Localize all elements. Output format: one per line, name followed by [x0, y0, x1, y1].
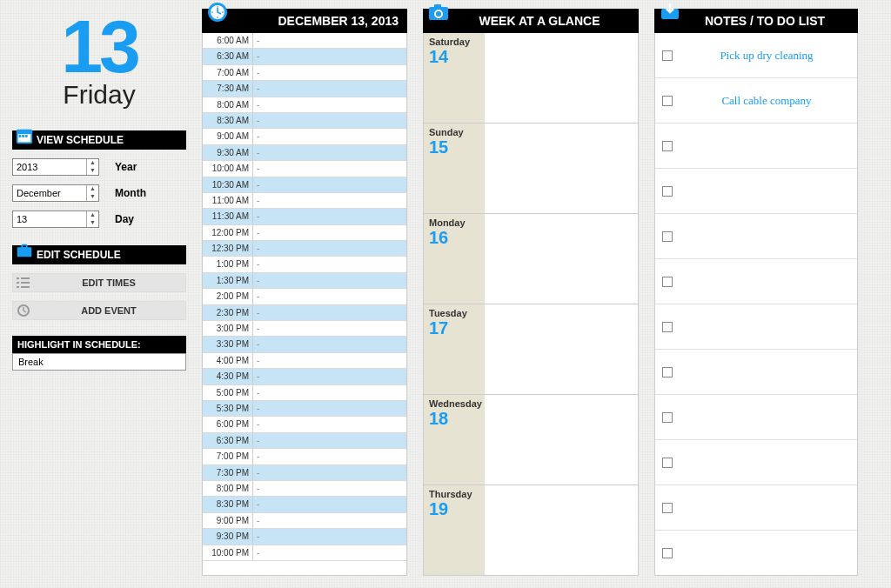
edit-times-button[interactable]: EDIT TIMES — [12, 273, 186, 292]
slot-time: 7:00 PM — [203, 449, 253, 464]
slot-value: - — [253, 305, 406, 320]
schedule-slot[interactable]: 4:00 PM- — [203, 353, 406, 369]
schedule-slot[interactable]: 2:00 PM- — [203, 289, 406, 304]
schedule-slot[interactable]: 2:30 PM- — [203, 305, 406, 321]
slot-value: - — [253, 337, 406, 351]
schedule-slot[interactable]: 6:30 PM- — [203, 433, 406, 449]
slot-time: 8:30 PM — [203, 497, 253, 511]
edit-times-label: EDIT TIMES — [82, 277, 136, 288]
month-value: December — [17, 188, 61, 198]
schedule-slot[interactable]: 9:00 PM- — [203, 513, 406, 529]
month-stepper[interactable]: December ▲▼ — [12, 184, 99, 202]
schedule-slot[interactable]: 8:30 PM- — [203, 497, 406, 512]
schedule-slot[interactable]: 12:00 PM- — [203, 225, 406, 241]
schedule-slot[interactable]: 3:00 PM- — [203, 321, 406, 337]
week-day[interactable]: Saturday14 — [424, 33, 638, 124]
schedule-slot[interactable]: 10:30 AM- — [203, 177, 406, 193]
schedule-slot[interactable]: 6:30 AM- — [203, 49, 406, 64]
note-checkbox[interactable] — [662, 50, 673, 61]
schedule-slot[interactable]: 9:30 PM- — [203, 529, 406, 545]
slot-value: - — [253, 513, 406, 528]
note-text[interactable]: Pick up dry cleaning — [683, 49, 850, 63]
schedule-slot[interactable]: 7:00 AM- — [203, 65, 406, 81]
svg-rect-4 — [25, 135, 28, 137]
note-checkbox[interactable] — [662, 96, 673, 106]
add-event-button[interactable]: ADD EVENT — [12, 301, 186, 320]
note-text[interactable]: Call cable company — [683, 94, 850, 108]
note-checkbox[interactable] — [662, 503, 673, 513]
schedule-slot[interactable]: 3:30 PM- — [203, 337, 406, 352]
schedule-slot[interactable]: 9:00 AM- — [203, 129, 406, 144]
stepper-arrows[interactable]: ▲▼ — [86, 159, 98, 175]
note-checkbox[interactable] — [662, 458, 673, 468]
note-checkbox[interactable] — [662, 322, 673, 332]
week-day-number: 15 — [429, 137, 479, 157]
note-row — [655, 169, 857, 214]
schedule-slot[interactable]: 7:00 PM- — [203, 449, 406, 464]
note-row: Pick up dry cleaning — [655, 33, 857, 78]
schedule-slot[interactable]: 11:30 AM- — [203, 209, 406, 224]
add-event-label: ADD EVENT — [81, 305, 137, 316]
day-stepper[interactable]: 13 ▲▼ — [12, 210, 99, 228]
date-number: 13 — [12, 9, 186, 84]
week-day-name: Saturday — [429, 37, 479, 47]
schedule-slot[interactable]: 1:30 PM- — [203, 273, 406, 289]
week-day-content[interactable] — [485, 214, 638, 304]
schedule-slot[interactable]: 8:30 AM- — [203, 113, 406, 129]
week-day-content[interactable] — [485, 304, 638, 394]
stepper-arrows[interactable]: ▲▼ — [86, 185, 98, 201]
week-day-number: 18 — [429, 409, 479, 429]
week-day[interactable]: Wednesday18 — [424, 395, 638, 485]
week-header: WEEK AT A GLANCE — [423, 9, 639, 33]
schedule-slot[interactable]: 7:30 PM- — [203, 465, 406, 481]
schedule-slot[interactable]: 10:00 PM- — [203, 545, 406, 561]
slot-time: 5:00 PM — [203, 385, 253, 400]
schedule-slot[interactable]: 12:30 PM- — [203, 241, 406, 257]
week-day-content[interactable] — [485, 485, 638, 575]
stepper-arrows[interactable]: ▲▼ — [86, 211, 98, 227]
note-checkbox[interactable] — [662, 412, 673, 423]
week-day-content[interactable] — [485, 33, 638, 123]
schedule-slot[interactable]: 5:00 PM- — [203, 385, 406, 401]
slot-value: - — [253, 209, 406, 224]
week-day[interactable]: Thursday19 — [424, 485, 638, 575]
slot-time: 10:00 PM — [203, 545, 253, 560]
note-checkbox[interactable] — [662, 231, 673, 242]
schedule-slot[interactable]: 8:00 PM- — [203, 481, 406, 497]
slot-time: 11:30 AM — [203, 209, 253, 224]
schedule-slot[interactable]: 9:30 AM- — [203, 145, 406, 161]
slot-value: - — [253, 49, 406, 63]
week-day[interactable]: Monday16 — [424, 214, 638, 304]
schedule-slot[interactable]: 7:30 AM- — [203, 81, 406, 97]
week-day[interactable]: Tuesday17 — [424, 304, 638, 395]
slot-value: - — [253, 177, 406, 192]
slot-time: 6:00 PM — [203, 417, 253, 431]
schedule-slot[interactable]: 4:30 PM- — [203, 369, 406, 384]
schedule-slot[interactable]: 1:00 PM- — [203, 257, 406, 272]
week-day[interactable]: Sunday15 — [424, 124, 638, 214]
note-checkbox[interactable] — [662, 141, 673, 151]
schedule-slot[interactable]: 6:00 PM- — [203, 417, 406, 432]
notes-column: NOTES / TO DO LIST Pick up dry cleaningC… — [654, 9, 858, 576]
year-stepper[interactable]: 2013 ▲▼ — [12, 158, 99, 176]
week-day-content[interactable] — [485, 395, 638, 484]
slot-time: 4:00 PM — [203, 353, 253, 368]
slot-value: - — [253, 433, 406, 448]
schedule-slot[interactable]: 11:00 AM- — [203, 193, 406, 209]
current-date: 13 Friday — [12, 9, 186, 110]
note-checkbox[interactable] — [662, 367, 673, 378]
note-checkbox[interactable] — [662, 277, 673, 287]
note-checkbox[interactable] — [662, 186, 673, 197]
slot-value: - — [253, 353, 406, 368]
highlight-input[interactable]: Break — [12, 353, 186, 371]
week-day-number: 19 — [429, 499, 479, 519]
schedule-slot[interactable]: 10:00 AM- — [203, 161, 406, 177]
slot-value: - — [253, 417, 406, 431]
schedule-slot[interactable]: 8:00 AM- — [203, 97, 406, 113]
schedule-slot[interactable]: 6:00 AM- — [203, 33, 406, 49]
note-checkbox[interactable] — [662, 548, 673, 558]
slot-time: 2:00 PM — [203, 289, 253, 304]
schedule-slot[interactable]: 5:30 PM- — [203, 401, 406, 417]
week-day-content[interactable] — [485, 124, 638, 213]
notes-header: NOTES / TO DO LIST — [654, 9, 858, 33]
